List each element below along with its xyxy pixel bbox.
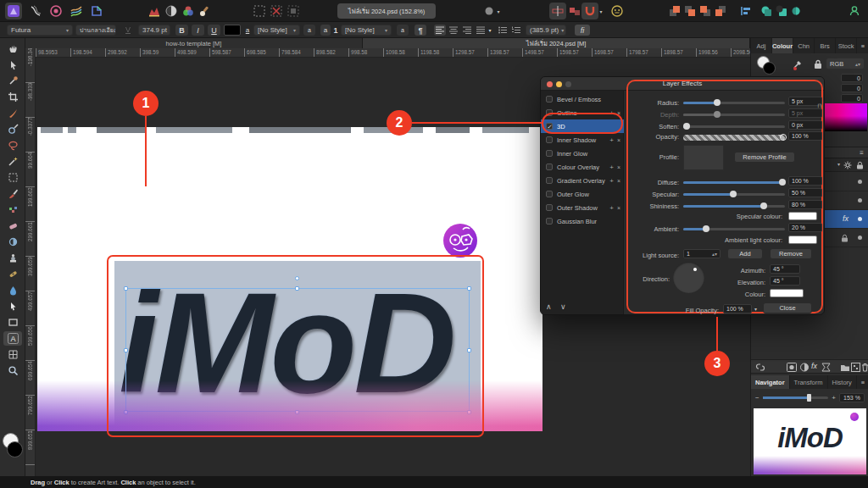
shininess-slider[interactable] — [683, 205, 785, 208]
bullet-list-button[interactable] — [497, 25, 509, 36]
ambient-slider[interactable] — [683, 228, 785, 230]
close-window-icon[interactable] — [547, 81, 553, 87]
develop-persona-button[interactable] — [47, 3, 64, 19]
eraser-tool[interactable] — [3, 219, 22, 233]
export-persona-button[interactable] — [88, 3, 105, 19]
light-source-value[interactable]: 1▴▾ — [683, 249, 721, 258]
light-direction-dial[interactable] — [673, 262, 704, 293]
blue-value[interactable]: 0 — [841, 94, 863, 103]
tab-channels[interactable]: Chn — [793, 38, 815, 53]
arrange-move-backward-button[interactable] — [697, 3, 714, 19]
zoom-window-icon[interactable] — [565, 81, 571, 87]
arrange-move-to-back-button[interactable] — [712, 3, 729, 19]
effect-outer-glow[interactable]: Outer Glow — [541, 187, 624, 201]
clone-stamp-tool[interactable] — [3, 251, 22, 265]
fill-opacity-value[interactable]: 100 % — [723, 304, 752, 313]
healing-brush-tool[interactable] — [3, 267, 22, 281]
new-layer-icon[interactable] — [851, 363, 860, 374]
panel-menu-icon[interactable]: ≡ — [857, 38, 868, 53]
effect-opacity-slider[interactable] — [683, 135, 785, 141]
tone-mapping-persona-button[interactable] — [68, 3, 85, 19]
green-value[interactable]: 0 — [841, 84, 863, 92]
fill-options-button[interactable]: ▾ — [483, 3, 500, 19]
document-tab-active[interactable]: ไฟล์เริ่ม 2024.psd [M] — [363, 38, 750, 48]
assistant-button[interactable] — [609, 3, 626, 19]
foreground-background-swatch[interactable] — [3, 433, 23, 462]
zoom-slider[interactable] — [763, 396, 829, 399]
checkbox[interactable] — [546, 164, 553, 170]
opacity-value[interactable]: 100 % — [788, 131, 822, 141]
auto-contrast-button[interactable] — [163, 3, 180, 19]
add-instance-icon[interactable]: + — [609, 136, 614, 144]
blur-tool[interactable] — [3, 283, 22, 297]
lock-icon[interactable] — [814, 59, 822, 71]
align-centre-button[interactable] — [448, 25, 459, 36]
snapping-button[interactable] — [581, 3, 598, 19]
tab-adjustment[interactable]: Adj — [751, 38, 772, 53]
remove-instance-icon[interactable]: × — [617, 178, 620, 184]
visibility-dot[interactable] — [858, 236, 862, 240]
zoom-in-button[interactable]: + — [832, 394, 836, 402]
checkbox[interactable] — [546, 218, 553, 225]
font-size-select[interactable]: 374.9 pt▾ — [138, 25, 170, 36]
eyedropper-icon[interactable] — [792, 58, 804, 72]
justify-button[interactable] — [475, 25, 487, 36]
effect-inner-shadow[interactable]: Inner Shadow+× — [541, 133, 624, 147]
vector-brush-tool[interactable] — [3, 106, 22, 120]
effect-gradient-overlay[interactable]: Gradient Overlay+× — [541, 174, 624, 187]
diffuse-value[interactable]: 100 % — [788, 176, 822, 186]
checkbox[interactable] — [546, 191, 553, 197]
checkbox[interactable] — [546, 96, 553, 103]
dodge-burn-tool[interactable] — [3, 235, 22, 249]
delete-layer-icon[interactable] — [861, 363, 868, 374]
effect-gaussian-blur[interactable]: Gaussian Blur — [541, 214, 624, 228]
document-tab[interactable]: how-to template [M] — [25, 38, 363, 48]
geometry-intersect-button[interactable] — [788, 3, 805, 19]
geometry-add-button[interactable] — [758, 3, 775, 19]
navigator-preview[interactable]: iMoD — [754, 408, 866, 474]
rectangle-tool[interactable] — [3, 315, 22, 330]
checkbox[interactable] — [546, 204, 553, 211]
specular-value[interactable]: 50 % — [788, 188, 822, 197]
effect-colour-overlay[interactable]: Colour Overlay+× — [541, 160, 624, 174]
text-colour-swatch[interactable] — [224, 25, 241, 36]
geometry-subtract-button[interactable] — [773, 3, 790, 19]
tab-colour[interactable]: Colour — [772, 38, 793, 53]
selection-brush-tool[interactable] — [3, 122, 22, 136]
specular-slider[interactable] — [683, 193, 785, 196]
remove-instance-icon[interactable]: × — [617, 137, 620, 143]
ambient-value[interactable]: 20 % — [788, 223, 822, 232]
profile-preview[interactable] — [683, 145, 724, 170]
specular-colour-swatch[interactable] — [788, 212, 817, 220]
photo-persona-button[interactable] — [5, 3, 22, 19]
italic-button[interactable]: I — [192, 25, 204, 36]
reorder-effects-buttons[interactable]: ∧ ∨ — [546, 302, 570, 311]
checkbox[interactable] — [546, 177, 553, 184]
checkbox[interactable] — [546, 136, 553, 143]
gear-icon[interactable] — [843, 161, 852, 171]
diffuse-slider[interactable] — [683, 181, 785, 184]
flood-select-tool[interactable] — [3, 154, 22, 169]
show-special-characters-button[interactable]: ¶ — [415, 25, 426, 36]
panel-menu-icon[interactable]: ≡ — [860, 149, 864, 157]
tab-brushes[interactable]: Brs — [815, 38, 836, 53]
tab-stock[interactable]: Stock — [836, 38, 857, 53]
numbered-list-button[interactable] — [510, 25, 522, 36]
underline-button[interactable]: U — [208, 25, 220, 36]
pixel-brush-tool[interactable] — [3, 202, 22, 217]
typography-button[interactable]: V — [125, 25, 136, 36]
crop-tool[interactable] — [3, 90, 22, 104]
arrange-move-forward-button[interactable] — [682, 3, 698, 19]
auto-white-balance-button[interactable] — [197, 3, 214, 19]
remove-instance-icon[interactable]: × — [617, 205, 620, 211]
adjustment-layer-icon[interactable] — [799, 363, 810, 374]
justify-options-chevron[interactable]: ▾ — [487, 25, 493, 36]
zoom-level-value[interactable]: 153 % — [839, 393, 865, 402]
visibility-dot[interactable] — [858, 180, 862, 184]
tab-transform[interactable]: Transform — [790, 375, 828, 389]
font-style-select[interactable]: ปานกลางเอียง▴▾ — [75, 25, 116, 36]
view-tool[interactable] — [3, 42, 22, 56]
radius-slider[interactable] — [683, 102, 785, 104]
elevation-value[interactable]: 45 ° — [770, 276, 800, 286]
align-left-button[interactable] — [434, 25, 446, 36]
